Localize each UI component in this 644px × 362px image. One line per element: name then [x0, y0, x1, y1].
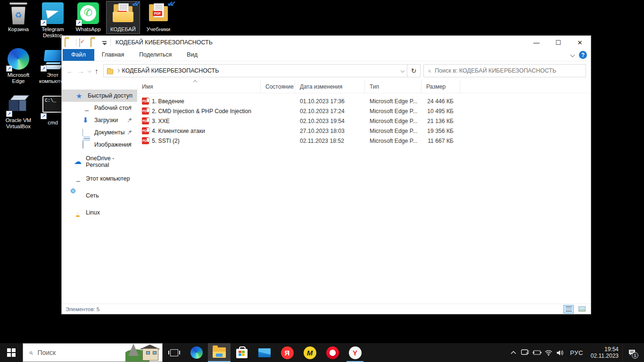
sidebar-item-quick-access[interactable]: ★ Быстрый доступ	[62, 90, 137, 102]
file-type: Microsoft Edge P...	[365, 98, 421, 105]
maximize-button[interactable]: ☐	[547, 36, 569, 49]
taskbar-yandex-button[interactable]: Я	[276, 343, 298, 362]
desktop-icon-label: КОДЕБАЙ	[107, 26, 140, 33]
pin-icon[interactable]	[127, 130, 132, 136]
file-row[interactable]: PDF4. Клиентские атаки 27.10.2023 18:03 …	[137, 126, 591, 136]
refresh-button[interactable]: ↻	[407, 64, 421, 77]
tab-file[interactable]: Файл	[63, 49, 94, 61]
minimize-button[interactable]: —	[526, 36, 547, 49]
desktop-icon-kodebai[interactable]: PDF ↙↙ КОДЕБАЙ	[107, 1, 140, 33]
file-name: 1. Введение	[152, 98, 184, 105]
sidebar-item-downloads[interactable]: ⬇ Загрузки	[62, 114, 137, 126]
virtualbox-icon: ↗	[7, 93, 30, 116]
file-row[interactable]: PDF5. SSTI (2) 02.11.2023 18:52 Microsof…	[137, 136, 591, 146]
taskbar-mail-button[interactable]	[253, 343, 276, 362]
notification-badge: 1	[632, 352, 638, 359]
pictures-icon	[83, 141, 91, 148]
action-center-button[interactable]: 1	[622, 343, 641, 362]
column-headers: Имя Состояние Дата изменения Тип Размер	[137, 80, 591, 93]
sidebar-item-desktop[interactable]: Рабочий стол	[62, 102, 137, 114]
help-icon[interactable]: ?	[579, 51, 587, 59]
column-header-type[interactable]: Тип	[365, 80, 421, 93]
file-size: 10 495 КБ	[421, 108, 460, 115]
pin-icon[interactable]	[127, 142, 132, 148]
taskbar-m-app-button[interactable]: M	[298, 343, 321, 362]
taskbar-search-box[interactable]: ⌕	[23, 343, 163, 362]
start-button[interactable]	[0, 343, 23, 362]
desktop-icon-uchebniki[interactable]: PDF ↙↙ Учебники	[142, 1, 175, 33]
thumbnails-view-button[interactable]	[577, 305, 587, 313]
desktop-icon-whatsapp[interactable]: ↗ WhatsApp	[72, 1, 105, 33]
desktop-icon-virtualbox[interactable]: ↗ Oracle VM VirtualBox	[2, 92, 35, 131]
column-header-size[interactable]: Размер	[421, 80, 460, 93]
window-title: КОДЕБАЙ КИБЕРБЕЗОПАСНОСТЬ	[116, 39, 213, 46]
file-type: Microsoft Edge P...	[365, 128, 421, 134]
desktop-icon-telegram[interactable]: ↗ Telegram Desktop	[36, 1, 69, 40]
taskbar-explorer-button[interactable]	[208, 343, 231, 362]
battery-icon[interactable]	[531, 343, 543, 362]
opera-icon	[326, 346, 339, 359]
breadcrumb-chevron-icon	[116, 69, 119, 73]
file-type: Microsoft Edge P...	[365, 118, 421, 124]
sidebar-item-pictures[interactable]: Изображения	[62, 139, 137, 151]
yandex-browser-icon: Y	[349, 346, 362, 359]
search-highlight-image[interactable]	[125, 344, 162, 362]
window-system-icon[interactable]	[65, 39, 73, 46]
search-box[interactable]: ⌕	[423, 64, 586, 77]
sidebar-item-documents[interactable]: Документы	[62, 126, 137, 139]
desktop-icon-edge[interactable]: ↗ Microsoft Edge	[2, 47, 35, 85]
close-button[interactable]: ✕	[569, 36, 591, 49]
sidebar-item-onedrive[interactable]: ☁ OneDrive - Personal	[62, 156, 137, 168]
details-view-button[interactable]	[563, 305, 574, 313]
tab-view[interactable]: Вид	[179, 49, 205, 61]
tab-home[interactable]: Главная	[94, 49, 132, 61]
clock-time: 19:54	[591, 346, 619, 353]
pdf-file-icon: PDF	[142, 98, 149, 105]
task-view-button[interactable]	[163, 343, 185, 362]
search-input[interactable]	[435, 67, 582, 74]
taskbar-store-button[interactable]	[231, 343, 253, 362]
clock[interactable]: 19:54 02.11.2023	[587, 346, 622, 359]
navigation-pane: ★ Быстрый доступ Рабочий стол ⬇ Загрузки…	[62, 80, 137, 304]
address-dropdown-icon[interactable]	[401, 69, 405, 73]
clock-date: 02.11.2023	[591, 353, 619, 359]
column-header-modified[interactable]: Дата изменения	[295, 80, 365, 93]
taskbar-edge-button[interactable]	[185, 343, 208, 362]
taskbar-yandex-browser-button[interactable]: Y	[344, 343, 366, 362]
recent-locations-icon[interactable]	[88, 69, 91, 73]
file-explorer-icon	[213, 347, 226, 358]
connect-display-icon[interactable]	[519, 343, 531, 362]
language-indicator[interactable]: РУС	[566, 349, 587, 356]
expand-ribbon-icon[interactable]	[570, 53, 575, 58]
breadcrumb[interactable]: КОДЕБАЙ КИБЕРБЕЗОПАСНОСТЬ	[122, 67, 219, 74]
pin-icon[interactable]	[127, 117, 132, 124]
forward-button[interactable]: →	[77, 67, 84, 75]
taskbar-opera-button[interactable]	[321, 343, 344, 362]
desktop-icon-recycle-bin[interactable]: Корзина	[2, 1, 35, 33]
sidebar-item-this-pc[interactable]: Этот компьютер	[62, 173, 137, 185]
file-row[interactable]: PDF3. XXE 02.10.2023 19:54 Microsoft Edg…	[137, 116, 591, 126]
volume-icon[interactable]	[554, 343, 566, 362]
taskbar: ⌕ Я M Y	[0, 343, 644, 362]
pdf-file-icon: PDF	[142, 117, 149, 124]
sidebar-item-label: Загрузки	[94, 117, 118, 123]
column-header-status[interactable]: Состояние	[261, 80, 295, 93]
wifi-icon[interactable]	[543, 343, 554, 362]
sidebar-item-linux[interactable]: Linux	[62, 206, 137, 219]
sidebar-item-network[interactable]: Сеть	[62, 189, 137, 202]
file-row[interactable]: PDF1. Введение 01.10.2023 17:36 Microsof…	[137, 96, 591, 106]
tab-share[interactable]: Поделиться	[132, 49, 179, 61]
address-bar[interactable]: КОДЕБАЙ КИБЕРБЕЗОПАСНОСТЬ	[103, 64, 408, 77]
file-name: 5. SSTI (2)	[152, 138, 180, 144]
file-row[interactable]: PDF2. CMD Injection & PHP Code Injection…	[137, 106, 591, 116]
qat-new-folder-button[interactable]	[91, 39, 99, 46]
desktop-icon-label: Microsoft Edge	[2, 72, 35, 84]
column-header-name[interactable]: Имя	[137, 80, 261, 93]
qat-customize-button[interactable]	[102, 41, 107, 46]
pin-icon[interactable]	[127, 105, 132, 112]
up-button[interactable]: ↑	[95, 67, 99, 75]
back-button[interactable]: ←	[66, 67, 74, 75]
sidebar-item-label: Документы	[94, 129, 124, 136]
tray-chevron-up-icon[interactable]	[507, 343, 519, 362]
qat-properties-button[interactable]	[79, 39, 88, 46]
